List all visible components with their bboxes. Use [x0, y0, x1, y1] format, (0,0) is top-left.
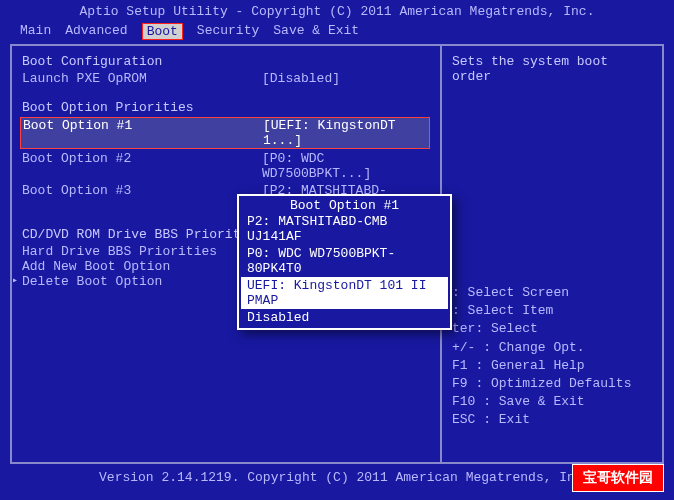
boot-option-1[interactable]: Boot Option #1 [UEFI: KingstonDT 1...] [20, 117, 430, 149]
popup-item-1[interactable]: P0: WDC WD7500BPKT-80PK4T0 [241, 245, 448, 277]
menu-main[interactable]: Main [20, 23, 51, 40]
key-select-item: : Select Item [452, 302, 652, 320]
pxe-label: Launch PXE OpROM [22, 71, 262, 86]
priorities-header: Boot Option Priorities [22, 100, 430, 115]
menu-bar: Main Advanced Boot Security Save & Exit [0, 21, 674, 42]
popup-item-2[interactable]: UEFI: KingstonDT 101 II PMAP [241, 277, 448, 309]
key-change-opt: +/- : Change Opt. [452, 339, 652, 357]
popup-title: Boot Option #1 [282, 198, 407, 213]
boot-option-2[interactable]: Boot Option #2 [P0: WDC WD7500BPKT...] [22, 151, 430, 181]
menu-advanced[interactable]: Advanced [65, 23, 127, 40]
boot-option-1-value: [UEFI: KingstonDT 1...] [263, 118, 427, 148]
bios-screen: Aptio Setup Utility - Copyright (C) 2011… [0, 0, 674, 500]
boot-option-2-value: [P0: WDC WD7500BPKT...] [262, 151, 430, 181]
key-select-screen: : Select Screen [452, 284, 652, 302]
watermark: 宝哥软件园 [572, 464, 664, 492]
key-f1: F1 : General Help [452, 357, 652, 375]
key-f10: F10 : Save & Exit [452, 393, 652, 411]
main-area: Boot Configuration Launch PXE OpROM [Dis… [10, 44, 664, 464]
key-enter: ter: Select [452, 320, 652, 338]
right-panel: Sets the system boot order : Select Scre… [442, 46, 662, 462]
help-text: Sets the system boot order [452, 54, 652, 84]
popup-item-3[interactable]: Disabled [241, 309, 448, 326]
boot-option-3-label: Boot Option #3 [22, 183, 262, 213]
menu-boot[interactable]: Boot [142, 23, 183, 40]
menu-save-exit[interactable]: Save & Exit [273, 23, 359, 40]
boot-option-popup: Boot Option #1 P2: MATSHITABD-CMB UJ141A… [237, 194, 452, 330]
popup-item-0[interactable]: P2: MATSHITABD-CMB UJ141AF [241, 213, 448, 245]
boot-option-1-label: Boot Option #1 [23, 118, 263, 148]
key-help: : Select Screen : Select Item ter: Selec… [452, 284, 652, 430]
menu-security[interactable]: Security [197, 23, 259, 40]
header-title: Aptio Setup Utility - Copyright (C) 2011… [0, 0, 674, 21]
pxe-option[interactable]: Launch PXE OpROM [Disabled] [22, 71, 430, 86]
key-f9: F9 : Optimized Defaults [452, 375, 652, 393]
boot-config-header: Boot Configuration [22, 54, 430, 69]
boot-option-2-label: Boot Option #2 [22, 151, 262, 181]
key-esc: ESC : Exit [452, 411, 652, 429]
pxe-value: [Disabled] [262, 71, 430, 86]
